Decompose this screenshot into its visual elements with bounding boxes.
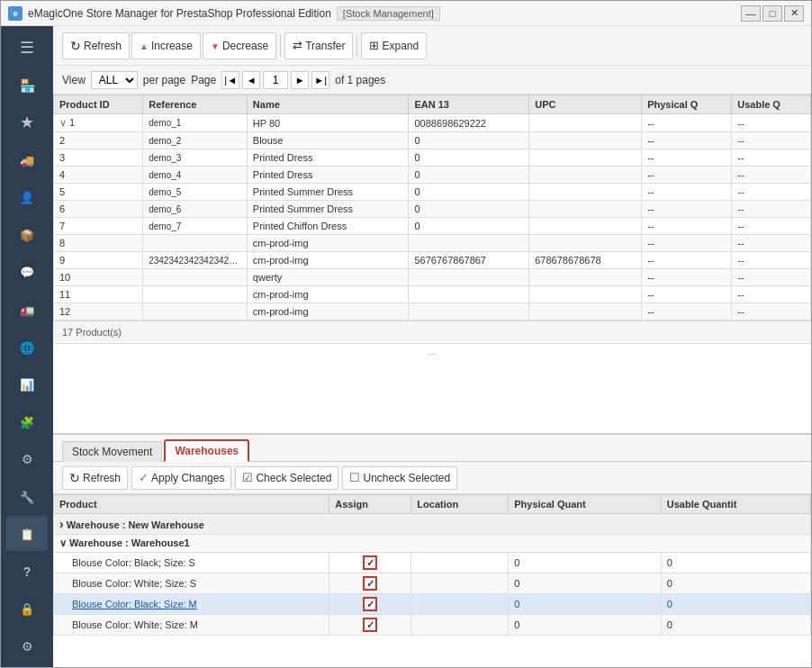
col-physical-quant: Physical Quant xyxy=(509,495,662,514)
puzzle-icon xyxy=(20,412,34,431)
app-title: eMagicOne Store Manager for PrestaShop P… xyxy=(28,7,331,20)
bottom-table-container[interactable]: Product Assign Location Physical Quant U… xyxy=(53,494,811,667)
sidebar-item-lock[interactable] xyxy=(6,591,48,627)
page-input[interactable] xyxy=(263,71,288,89)
assign-cell[interactable] xyxy=(329,615,411,636)
refresh-button[interactable]: Refresh xyxy=(62,32,130,59)
tab-warehouses-label: Warehouses xyxy=(175,445,239,457)
chevron-right-icon[interactable] xyxy=(59,519,64,530)
sidebar-item-chart[interactable] xyxy=(6,366,48,402)
sidebar-item-truck[interactable] xyxy=(6,142,48,178)
product-link[interactable]: Blouse Color: Black; Size: M xyxy=(72,599,197,609)
main-table-container[interactable]: Product ID Reference Name EAN 13 UPC Phy… xyxy=(53,95,811,433)
uncheck-icon xyxy=(349,471,360,484)
row-id-cell: 8 xyxy=(54,235,143,252)
row-ean-cell: 0088698629222 xyxy=(409,114,529,132)
row-upc-cell xyxy=(529,132,642,149)
row-name-cell: HP 80 xyxy=(247,114,409,132)
per-page-label: per page xyxy=(143,74,185,86)
page-last-button[interactable]: ►| xyxy=(311,71,329,89)
sidebar-item-tools[interactable] xyxy=(6,478,48,514)
inventory-icon xyxy=(20,524,34,543)
sidebar-item-puzzle[interactable] xyxy=(6,403,48,439)
row-physical-cell: -- xyxy=(642,201,732,218)
check-selected-button[interactable]: Check Selected xyxy=(235,466,338,490)
view-select[interactable]: ALL xyxy=(91,71,138,89)
page-navigation: |◄ ◄ ► ►| xyxy=(221,71,329,89)
row-physical-cell: -- xyxy=(642,269,732,286)
page-first-button[interactable]: |◄ xyxy=(221,71,239,89)
row-name-cell: Printed Summer Dress xyxy=(247,184,409,201)
assign-checkbox-2[interactable] xyxy=(363,576,377,591)
row-usable-cell: -- xyxy=(732,149,811,167)
page-prev-button[interactable]: ◄ xyxy=(242,71,260,89)
globe-icon xyxy=(20,338,34,357)
apply-changes-button[interactable]: Apply Changes xyxy=(131,466,231,490)
title-bar-left: e eMagicOne Store Manager for PrestaShop… xyxy=(8,6,440,21)
usable-quant-cell: 0 xyxy=(661,553,810,573)
sidebar-item-question[interactable] xyxy=(6,553,48,589)
row-usable-cell: -- xyxy=(732,303,811,320)
row-name-cell: cm-prod-img xyxy=(247,303,409,320)
title-bar-buttons: — □ ✕ xyxy=(741,5,804,22)
tab-warehouses[interactable]: Warehouses xyxy=(164,439,249,462)
sidebar-item-delivery[interactable] xyxy=(6,292,48,328)
decrease-icon xyxy=(211,40,220,52)
location-cell xyxy=(411,594,509,615)
warehouse1-label: Warehouse : Warehouse1 xyxy=(54,535,811,553)
refresh-icon xyxy=(70,39,81,53)
uncheck-selected-button[interactable]: Uncheck Selected xyxy=(342,466,457,490)
assign-checkbox-3[interactable] xyxy=(363,597,377,611)
sidebar-item-inventory[interactable] xyxy=(6,516,48,552)
assign-cell[interactable] xyxy=(329,573,411,594)
minimize-button[interactable]: — xyxy=(741,5,761,22)
row-ean-cell: 0 xyxy=(409,201,529,218)
sidebar-item-globe[interactable] xyxy=(6,329,48,365)
expand-button[interactable]: Expand xyxy=(361,32,427,59)
sidebar-item-box[interactable] xyxy=(6,217,48,253)
sidebar-item-sliders[interactable] xyxy=(6,441,48,477)
increase-icon xyxy=(140,40,149,52)
row-name-cell: Blouse xyxy=(247,132,409,149)
expand-row-icon[interactable]: ∨ xyxy=(59,117,67,128)
row-name-cell: qwerty xyxy=(247,269,409,286)
row-upc-cell xyxy=(529,235,642,252)
close-button[interactable]: ✕ xyxy=(784,5,804,22)
row-name-cell: cm-prod-img xyxy=(247,235,409,252)
title-bar: e eMagicOne Store Manager for PrestaShop… xyxy=(1,1,811,26)
box-icon xyxy=(20,225,34,244)
sidebar-item-settings[interactable] xyxy=(6,628,48,664)
increase-button[interactable]: Increase xyxy=(131,32,201,59)
col-header-reference: Reference xyxy=(143,95,248,114)
tab-stock-movement[interactable]: Stock Movement xyxy=(62,441,162,462)
bottom-panel: Stock Movement Warehouses Refresh Apply … xyxy=(53,433,811,667)
chevron-down-icon[interactable] xyxy=(59,537,67,548)
product-name-cell: Blouse Color: White; Size: S xyxy=(54,573,329,594)
maximize-button[interactable]: □ xyxy=(762,5,782,22)
bottom-refresh-button[interactable]: Refresh xyxy=(62,466,128,490)
assign-checkbox-4[interactable] xyxy=(363,618,377,632)
sidebar-item-chat[interactable] xyxy=(6,254,48,290)
sidebar-item-person[interactable] xyxy=(6,179,48,215)
row-ean-cell: 0 xyxy=(409,149,529,167)
check-selected-icon xyxy=(242,471,253,484)
row-id-cell: 9 xyxy=(54,252,143,269)
sidebar-item-shop[interactable] xyxy=(6,68,48,104)
table-row: 10 qwerty -- -- xyxy=(54,269,811,286)
app-icon: e xyxy=(8,6,23,21)
sidebar-item-star[interactable] xyxy=(6,104,48,140)
assign-checkbox-1[interactable] xyxy=(363,555,377,570)
decrease-button[interactable]: Decrease xyxy=(203,32,276,59)
table-header-row: Product ID Reference Name EAN 13 UPC Phy… xyxy=(54,95,811,114)
page-next-button[interactable]: ► xyxy=(291,71,309,89)
row-ref-cell: demo_6 xyxy=(143,201,248,218)
transfer-button[interactable]: Transfer xyxy=(284,32,353,59)
row-name-cell: Printed Dress xyxy=(247,167,409,184)
bottom-toolbar: Refresh Apply Changes Check Selected Unc… xyxy=(53,462,811,494)
row-usable-cell: -- xyxy=(732,269,811,286)
assign-cell[interactable] xyxy=(329,553,411,573)
assign-cell[interactable] xyxy=(329,594,411,615)
row-usable-cell: -- xyxy=(732,184,811,201)
chat-icon xyxy=(20,262,34,281)
sidebar-item-menu[interactable] xyxy=(6,30,48,66)
